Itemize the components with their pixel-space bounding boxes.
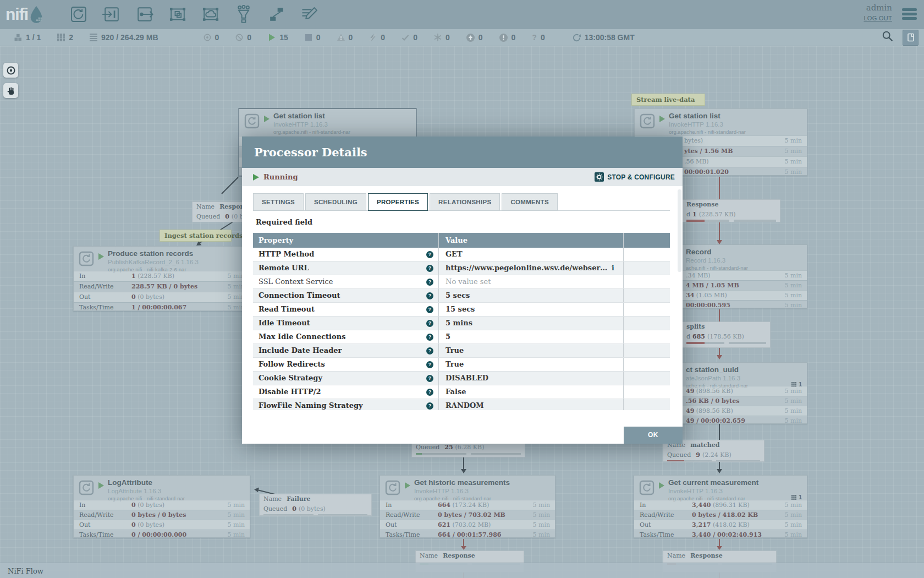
search-icon[interactable] [882,30,894,45]
nifi-droplet-icon [28,4,45,24]
breadcrumb[interactable]: NiFi Flow [8,567,43,575]
tab-properties[interactable]: PROPERTIES [368,193,428,211]
funnel-toolbar-icon[interactable] [233,4,254,25]
input-port-toolbar-icon[interactable] [101,4,122,25]
running-status-icon [264,116,270,122]
gear-icon [595,172,604,182]
label-ingest-station-records[interactable]: Ingest station records [160,230,232,242]
dialog-status-row: Running STOP & CONFIGURE [242,168,683,186]
property-row: SSL Context Service? No value set [253,275,670,289]
target-tool-button[interactable] [3,63,18,78]
processor-icon [244,113,260,129]
processor-title: Get station list [669,112,721,120]
scrollbar-thumb[interactable] [678,189,681,272]
processor-toolbar-icon[interactable] [68,4,89,25]
nifi-logo: nifi [6,3,45,25]
processor-produce-station-records[interactable]: Produce station records PublishKafkaReco… [73,246,250,311]
help-icon[interactable]: ? [426,361,433,368]
template-toolbar-icon[interactable] [266,4,287,25]
property-row: Max Idle Connections? 5 [253,330,670,344]
running-status-icon [253,174,259,181]
tab-relationships[interactable]: RELATIONSHIPS [430,193,500,211]
stat-not-transmitting: 0 [235,33,251,42]
processor-title: LogAttribute [108,478,152,487]
running-status-icon [659,116,665,122]
connection-label-response-right-top[interactable]: Response d1(228.57 KB) [683,199,780,222]
connection-label-splits[interactable]: splits d685(178.56 KB) [683,321,771,348]
nifi-application: nifi [0,0,924,578]
property-row: Cookie Strategy? DISABLED [253,372,670,385]
tab-scheduling[interactable]: SCHEDULING [305,193,366,211]
processor-record-partial[interactable]: Record Record 1.16.3 ache.nifi - nifi-st… [683,244,807,308]
dialog-header: Processor Details [242,137,683,168]
tab-comments[interactable]: COMMENTS [502,193,557,211]
remote-process-group-toolbar-icon[interactable] [200,4,221,25]
connection-label-failure[interactable]: NameFailure Queued0(0 bytes) [259,494,372,516]
help-icon[interactable]: ? [426,402,433,410]
processor-title: Get station list [273,112,325,120]
tab-settings[interactable]: SETTINGS [253,193,304,211]
stat-stale: 0 [466,33,483,42]
label-toolbar-icon[interactable] [299,4,320,25]
info-icon[interactable]: i [612,261,614,275]
processor-icon [640,113,655,129]
help-icon[interactable]: ? [426,375,433,382]
processor-type: Record 1.16.3 [686,257,725,264]
help-icon[interactable]: ? [426,265,433,272]
stop-and-configure-button[interactable]: STOP & CONFIGURE [595,172,675,182]
processor-get-current-measurement[interactable]: Get current measurement InvokeHTTP 1.16.… [634,475,807,538]
help-icon[interactable]: ? [426,279,433,286]
help-icon[interactable]: ? [426,389,433,396]
property-row: HTTP Method? GET [253,248,670,261]
processor-title: Produce station records [108,249,193,258]
stat-sync-failure: ?0 [532,33,544,42]
help-icon[interactable]: ? [426,306,433,313]
stat-modified-and-stale: 0 [499,33,516,42]
processor-log-attribute[interactable]: LogAttribute LogAttribute 1.16.3 org.apa… [73,475,250,538]
required-field-note: Required field [256,218,312,226]
output-port-toolbar-icon[interactable] [134,4,155,25]
breadcrumb-bar: NiFi Flow [0,563,924,578]
processor-type: InvokeHTTP 1.16.3 [668,488,723,494]
birdseye-panel-button[interactable] [903,30,919,46]
processor-icon [79,251,94,266]
connection-label-queued-25[interactable]: Queued25(6.28 KB) [411,442,525,457]
hand-tool-button[interactable] [3,83,18,98]
label-stream-live-data[interactable]: Stream live-data [631,94,705,106]
component-toolbar [68,4,320,25]
property-row: Follow Redirects? True [253,358,670,372]
help-icon[interactable]: ? [426,251,433,258]
run-status-label: Running [263,173,298,181]
running-status-icon [659,482,664,489]
help-icon[interactable]: ? [426,347,433,355]
processor-get-historic-measurements[interactable]: Get historic measurements InvokeHTTP 1.1… [380,475,556,538]
help-icon[interactable]: ? [426,334,433,341]
column-value: Value [438,233,623,248]
status-bar: 1 / 1 2 920 / 264.29 MB 0 0 15 0 0 0 0 0… [0,29,924,46]
help-icon[interactable]: ? [426,292,433,299]
process-group-toolbar-icon[interactable] [167,4,188,25]
ok-button[interactable]: OK [624,427,683,444]
processor-bundle: org.apache.nifi - nifi-standard-nar [273,129,350,135]
processor-title: Get current measurement [668,478,758,487]
column-property: Property [253,233,438,248]
processor-type: LogAttribute 1.16.3 [108,488,161,494]
help-icon[interactable]: ? [426,320,433,327]
processor-extract-station-uuid-partial[interactable]: ct station_uuid ateJsonPath 1.16.3 ache.… [683,362,807,424]
logout-link[interactable]: LOG OUT [864,15,892,21]
stat-stopped: 0 [305,33,321,42]
stat-active-threads: 2 [57,33,73,42]
processor-bundle: org.apache.nifi - nifi-standard-nar [669,129,746,135]
processor-details-dialog: Processor Details Running STOP & CONFIGU… [242,137,683,444]
global-menu-button[interactable] [902,8,917,21]
processor-type: InvokeHTTP 1.16.3 [414,488,469,494]
property-row: FlowFile Naming Strategy? RANDOM [253,399,670,410]
stat-disabled: 0 [369,33,385,42]
running-status-icon [98,253,104,260]
refresh-status[interactable]: 13:00:58 GMT [573,33,635,42]
stat-locally-modified: 0 [434,33,450,42]
processor-title: Get historic measurements [414,478,510,487]
app-header: nifi [0,0,924,29]
processor-type: InvokeHTTP 1.16.3 [273,121,328,128]
dialog-title: Processor Details [254,145,367,159]
